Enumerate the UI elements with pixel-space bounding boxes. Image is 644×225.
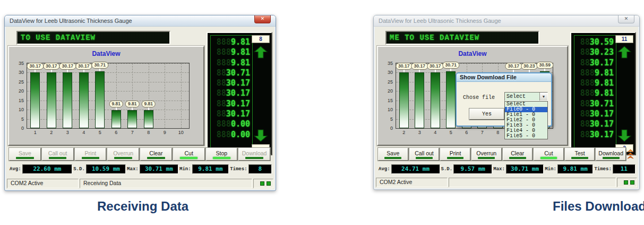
status-message	[449, 178, 616, 187]
test-button[interactable]: Test	[565, 148, 595, 161]
bar-value-label: 30.17	[43, 63, 59, 70]
scroll-down-icon[interactable]	[617, 129, 631, 142]
download-button[interactable]: Download	[596, 148, 626, 161]
file-option[interactable]: File5 - 0	[505, 134, 547, 139]
bar-value-label: 30.17	[75, 63, 92, 70]
chevron-down-icon[interactable]: ▼	[539, 93, 547, 101]
bar	[431, 72, 440, 128]
button-underline	[49, 157, 66, 159]
button-underline	[384, 157, 401, 159]
led-ghost-digits: 888	[580, 78, 595, 88]
client-area: TO USE DATAVIEW DataView 051015202530351…	[6, 27, 274, 189]
scroll-up-icon[interactable]	[254, 46, 268, 59]
yes-button[interactable]: Yes	[469, 109, 504, 120]
bar-connector	[116, 107, 117, 110]
titlebar[interactable]: DataView for Leeb Ultrasonic Thickness G…	[374, 15, 639, 27]
caption-files-download: Files Download	[553, 199, 644, 214]
close-icon[interactable]	[618, 15, 634, 23]
clear-button[interactable]: Clear	[140, 148, 172, 161]
bar-connector	[544, 69, 545, 71]
axis-tick-label: 6	[115, 130, 117, 135]
led-ghost-digits: 88	[217, 88, 226, 98]
scroll-up-icon[interactable]	[617, 46, 631, 59]
file-option[interactable]: File3 - 0	[505, 123, 547, 128]
window-title: DataView for Leeb Ultrasonic Thickness G…	[379, 18, 501, 24]
led-ghost-digits: 888	[217, 130, 231, 139]
led-row: 8830.17	[576, 58, 614, 68]
status-led-icon	[630, 180, 634, 185]
download-button: Download	[238, 148, 270, 161]
button-label: Download	[242, 150, 267, 156]
bar	[79, 72, 89, 128]
stat-label: S.D.	[441, 166, 453, 172]
marquee-text: ME TO USE DATAVIEW	[387, 32, 538, 44]
led-value: 30.23	[590, 47, 614, 57]
file-options-list: SelectFile0 - 0File1 - 0File2 - 0File3 -…	[504, 101, 548, 139]
stat-label: Avg:	[379, 166, 390, 172]
axis-tick-label: 10	[178, 130, 184, 135]
clear-button[interactable]: Clear	[503, 148, 533, 161]
button-underline	[478, 157, 495, 159]
save-button: Save	[9, 148, 41, 161]
file-option[interactable]: File2 - 0	[505, 118, 547, 123]
gridline	[181, 63, 182, 128]
led-value: 9.81	[595, 78, 614, 88]
axis-tick-label: 0	[390, 126, 393, 131]
led-ghost-digits: 888	[217, 47, 231, 57]
file-option[interactable]: Select	[505, 102, 547, 107]
axis-tick-label: 3	[66, 130, 69, 135]
bar-connector	[419, 70, 420, 72]
axis-tick-label: 4	[434, 130, 436, 135]
file-option[interactable]: File0 - 0	[505, 107, 547, 112]
stat-value-display: 8	[248, 164, 272, 174]
led-row: 8830.17	[576, 119, 614, 129]
file-option[interactable]: File1 - 0	[505, 112, 547, 118]
close-icon[interactable]	[254, 15, 271, 23]
save-button[interactable]: Save	[378, 148, 408, 161]
button-underline	[16, 157, 33, 159]
led-row: 8880.00	[212, 119, 250, 129]
led-ghost-digits: 888	[580, 68, 595, 78]
bar	[446, 71, 456, 128]
led-row: 8830.71	[576, 99, 614, 109]
titlebar[interactable]: DataView for Leeb Ultrasonic Thickness G…	[5, 15, 276, 27]
axis-tick-label: 2	[402, 130, 405, 135]
print-button: Print	[75, 148, 107, 161]
stat-value-display: 9.81 mm	[192, 164, 229, 174]
stat-label: Times:	[230, 166, 247, 172]
axis-tick-label: 15	[388, 98, 393, 103]
led-ghost-digits: 88	[580, 99, 590, 109]
file-option[interactable]: File4 - 0	[505, 128, 547, 134]
cut-button[interactable]: Cut	[534, 148, 564, 161]
button-label: Call out	[415, 150, 434, 156]
led-value: 30.17	[226, 109, 250, 119]
scroll-down-icon[interactable]	[254, 129, 268, 142]
bar-connector	[35, 70, 36, 72]
stop-button[interactable]: Stop	[206, 148, 238, 161]
file-select-combo[interactable]: Select ▼	[504, 92, 548, 101]
marquee-display: TO USE DATAVIEW	[16, 31, 170, 45]
window-receiving-data: DataView for Leeb Ultrasonic Thickness G…	[4, 15, 276, 191]
stat-value-display: 24.71 mm	[391, 164, 440, 174]
window-title: DataView for Leeb Ultrasonic Thickness G…	[10, 18, 132, 24]
button-underline	[416, 157, 433, 159]
led-ghost-digits: 88	[580, 109, 590, 119]
led-row: 8889.81	[212, 47, 250, 57]
overrun-button[interactable]: Overrun	[471, 148, 502, 161]
axis-tick-label: 35	[388, 61, 393, 66]
axis-tick-label: 30	[388, 70, 393, 75]
led-row: 8889.81	[212, 58, 250, 68]
call-out-button[interactable]: Call out	[409, 148, 440, 161]
led-row: 8830.17	[212, 78, 250, 88]
button-label: Clear	[149, 150, 162, 156]
cut-button[interactable]: Cut	[173, 148, 205, 161]
stat-value-display: 9.57 mm	[453, 164, 492, 174]
chart-title: DataView	[9, 50, 203, 57]
print-button[interactable]: Print	[440, 148, 470, 161]
button-label: Print	[85, 150, 97, 156]
bar-value-label: 30.17	[27, 63, 44, 70]
button-underline	[447, 157, 464, 159]
bar	[415, 72, 424, 128]
axis-tick-label: 10	[19, 107, 24, 112]
button-label: Download	[598, 150, 623, 156]
